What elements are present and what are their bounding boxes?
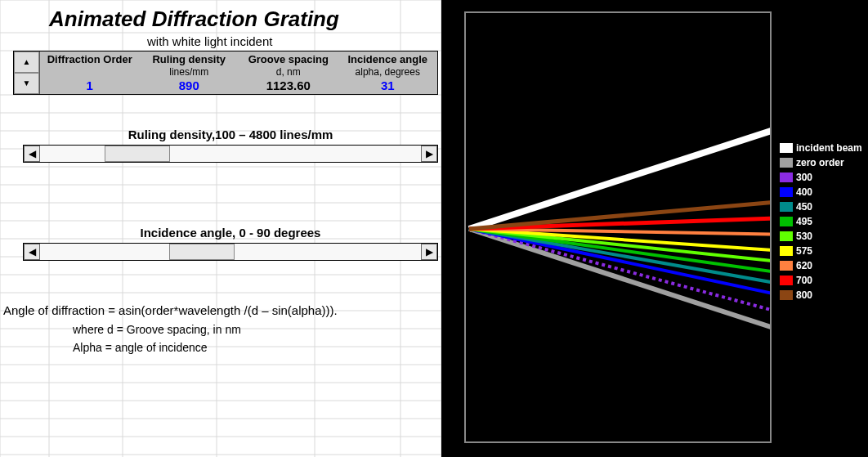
formula-line3: Alpha = angle of incidence (73, 338, 338, 356)
legend-label: 620 (796, 260, 812, 271)
formula-line1: Angle of diffraction = asin(order*wavele… (3, 301, 338, 320)
spreadsheet-panel: Animated Diffraction Grating with white … (0, 0, 441, 457)
incidence-slider-left-arrow[interactable]: ◀ (24, 244, 40, 260)
legend-swatch (780, 158, 793, 168)
legend-item: 300 (780, 170, 865, 185)
legend-label: 800 (796, 289, 812, 301)
legend-label: incident beam (796, 142, 862, 154)
order-spinner: ▲ ▼ (14, 52, 40, 94)
legend-swatch (780, 217, 793, 226)
legend-swatch (780, 246, 793, 256)
legend-item: zero order (780, 155, 865, 170)
legend-label: 575 (796, 245, 812, 257)
param-ruling-head: Ruling density (143, 53, 236, 65)
ruling-slider-block: Ruling density,100 – 4800 lines/mm ◀ ▶ (23, 128, 438, 163)
ruling-slider-thumb[interactable] (105, 146, 170, 162)
formula-block: Angle of diffraction = asin(order*wavele… (3, 301, 338, 357)
legend-item: incident beam (780, 141, 865, 155)
param-order-val: 1 (43, 78, 136, 92)
param-spacing-sub: d, nm (242, 66, 335, 78)
beam-plot (466, 13, 772, 443)
param-ruling: Ruling density lines/mm 890 (140, 52, 239, 94)
legend-swatch (780, 261, 793, 271)
legend-swatch (780, 276, 793, 285)
legend-item: 495 (780, 214, 865, 229)
legend-label: 450 (796, 201, 812, 213)
incidence-slider-label: Incidence angle, 0 - 90 degrees (23, 226, 438, 240)
incidence-slider-block: Incidence angle, 0 - 90 degrees ◀ ▶ (23, 226, 438, 261)
subtitle: with white light incident (147, 34, 272, 48)
page-title: Animated Diffraction Grating (49, 7, 339, 32)
legend-label: 400 (796, 186, 812, 198)
legend-swatch (780, 290, 793, 300)
legend-item: 450 (780, 199, 865, 214)
legend-label: 495 (796, 216, 812, 227)
param-order: Diffraction Order 1 (40, 52, 140, 94)
param-alpha-sub: alpha, degrees (342, 66, 435, 78)
legend-label: 300 (796, 172, 812, 183)
legend-item: 800 (780, 288, 865, 302)
param-spacing-head: Groove spacing (242, 53, 335, 65)
ruling-slider-right-arrow[interactable]: ▶ (421, 146, 437, 162)
diffraction-chart (464, 11, 772, 443)
param-ruling-sub: lines/mm (143, 66, 236, 78)
legend-item: 530 (780, 229, 865, 244)
param-alpha-val: 31 (342, 78, 435, 92)
ruling-slider-label: Ruling density,100 – 4800 lines/mm (23, 128, 438, 141)
chart-legend: incident beamzero order30040045049553057… (780, 141, 865, 302)
legend-swatch (780, 172, 793, 182)
param-alpha-head: Incidence angle (342, 53, 435, 65)
incidence-slider-thumb[interactable] (169, 244, 235, 260)
param-ruling-val: 890 (143, 78, 236, 92)
formula-line2: where d = Groove spacing, in nm (73, 320, 338, 338)
legend-swatch (780, 143, 793, 153)
parameter-row: ▲ ▼ Diffraction Order 1 Ruling density l… (13, 51, 438, 95)
param-alpha: Incidence angle alpha, degrees 31 (338, 52, 438, 94)
legend-swatch (780, 187, 793, 197)
incidence-slider[interactable]: ◀ ▶ (23, 243, 438, 261)
ruling-slider-left-arrow[interactable]: ◀ (24, 146, 40, 162)
legend-item: 620 (780, 258, 865, 273)
incidence-slider-track[interactable] (40, 244, 421, 260)
chart-panel: incident beamzero order30040045049553057… (441, 0, 868, 457)
param-order-head: Diffraction Order (43, 53, 136, 65)
order-down-button[interactable]: ▼ (14, 73, 39, 94)
order-up-button[interactable]: ▲ (14, 52, 39, 73)
legend-item: 400 (780, 185, 865, 199)
legend-item: 575 (780, 244, 865, 258)
legend-swatch (780, 202, 793, 212)
param-spacing-val: 1123.60 (242, 78, 335, 92)
param-spacing: Groove spacing d, nm 1123.60 (239, 52, 338, 94)
legend-label: zero order (796, 157, 844, 168)
incidence-slider-right-arrow[interactable]: ▶ (421, 244, 437, 260)
ruling-slider-track[interactable] (40, 146, 421, 162)
legend-swatch (780, 231, 793, 241)
legend-item: 700 (780, 273, 865, 288)
legend-label: 530 (796, 231, 812, 242)
legend-label: 700 (796, 275, 812, 286)
ruling-slider[interactable]: ◀ ▶ (23, 145, 438, 163)
